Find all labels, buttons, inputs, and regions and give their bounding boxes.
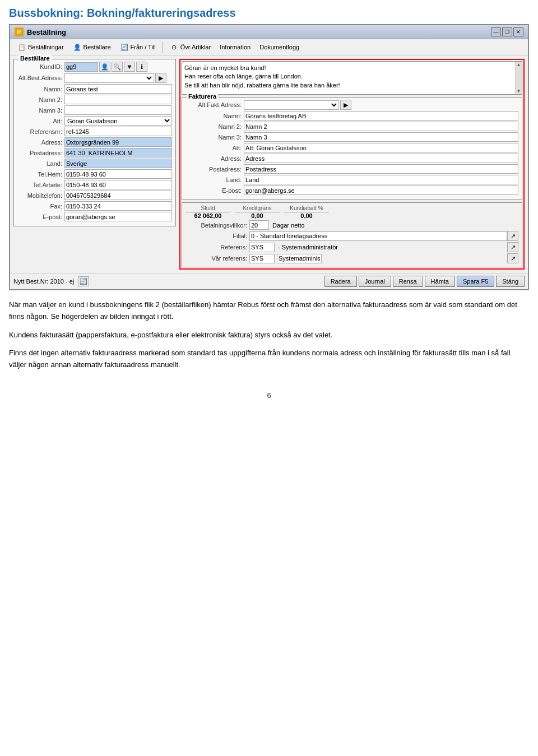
var-referens-input[interactable] [249,254,275,263]
adress-input[interactable] [64,137,172,147]
namn3-input[interactable] [64,105,172,115]
referensnr-input[interactable] [64,127,172,136]
faktura-namn2-input[interactable] [244,122,518,131]
hamta-button[interactable]: Hämta [425,276,455,287]
namn-input[interactable] [64,84,172,94]
window-titlebar: 🖹 Beställning — ❐ ✕ [10,25,528,39]
kund-id-controls: 👤 🔍 ▼ ℹ [64,62,147,72]
epost-input[interactable] [64,212,172,221]
betalningsvillkor-row: Betalningsvillkor: Dagar netto [185,220,518,230]
restore-button[interactable]: ❐ [502,27,512,36]
close-button[interactable]: ✕ [513,27,523,36]
minimize-button[interactable]: — [491,27,501,36]
mobiltelefon-input[interactable] [64,191,172,200]
alt-best-nav-icon[interactable]: ▶ [155,73,166,83]
faktura-namn3-input[interactable] [244,132,518,142]
tel-hem-label: Tel.Hem: [17,171,62,178]
toolbar-separator [163,41,163,53]
dagar-netto-label: Dagar netto [272,222,304,229]
kreditgrans-value: 0,00 [249,212,265,219]
land-input[interactable] [64,159,172,168]
namn-row: Namn: [17,84,172,94]
page-title: Bussbokning: Bokning/faktureringsadress [0,0,538,24]
filial-input[interactable] [249,231,507,241]
bottom-left: Nytt Best.Nr: 2010 - ej 🔄 [13,276,323,286]
bottom-right: Radera Journal Rensa Hämta Spara F5 Stän… [324,276,525,287]
att-row: Att: Göran Gustafsson [17,116,172,126]
referens-input[interactable] [249,243,275,252]
att-select[interactable]: Göran Gustafsson [64,116,172,126]
faktura-namn3-row: Namn 3: [185,132,518,142]
faktura-namn-input[interactable] [244,111,518,120]
kund-id-input[interactable] [64,62,98,72]
faktura-group-title: Fakturera [187,93,218,100]
body-paragraph-1: När man väljer en kund i bussbokningens … [9,299,529,323]
rensa-button[interactable]: Rensa [393,276,423,287]
tel-hem-input[interactable] [64,169,172,179]
toolbar-btn-information[interactable]: Information [216,42,254,52]
betalningsvillkor-input[interactable] [249,220,269,230]
fran-till-icon: 🔄 [120,43,129,52]
window-app-icon: 🖹 [15,27,24,36]
tel-arbete-input[interactable] [64,180,172,189]
toolbar-btn-bestellningar[interactable]: 📋 Beställningar [13,41,68,53]
faktura-adress-input[interactable] [244,154,518,163]
bestellare-group-title: Beställare [18,55,52,62]
var-referens-nav-icon[interactable]: ↗ [507,253,518,263]
kundiabatt-value: 0,00 [298,212,314,219]
bestellare-icon: 👤 [73,43,82,52]
mobiltelefon-row: Mobiltelefon: [17,191,172,200]
left-panel: Beställare KundID: 👤 🔍 ▼ ℹ Alt.Best.Adre… [13,59,176,270]
arrow-down-icon[interactable]: ▼ [124,62,135,72]
namn2-row: Namn 2: [17,95,172,104]
fax-input[interactable] [64,201,172,211]
note-text: Göran är en mycket bra kund! Han reser o… [184,64,520,90]
scroll-up-icon[interactable]: ▲ [517,62,521,68]
window-title: Beställning [27,28,66,36]
note-area: Göran är en mycket bra kund! Han reser o… [182,61,522,95]
journal-button[interactable]: Journal [359,276,391,287]
faktura-namn2-row: Namn 2: [185,122,518,131]
body-paragraph-3: Finns det ingen alternativ fakturaadress… [9,347,529,371]
filial-row: Filial: ↗ [185,231,518,241]
search-icon[interactable]: 🔍 [112,62,123,72]
spara-button[interactable]: Spara F5 [457,276,494,287]
postadress-input[interactable] [64,148,172,157]
search-person-icon[interactable]: 👤 [99,62,110,72]
alt-fakt-adress-row: Alt.Fakt.Adress: ▶ [185,100,518,110]
referens-nav-icon[interactable]: ↗ [507,242,518,252]
faktura-postadress-input[interactable] [244,164,518,174]
toolbar-btn-fran-till[interactable]: 🔄 Från / Till [116,41,160,53]
toolbar-btn-ovr-artiklar[interactable]: ⊙ Övr.Artiklar [166,41,215,53]
faktura-land-row: Land: [185,175,518,184]
referens-row: Referens: - Systemadministratör ↗ [185,242,518,252]
bottom-bar: Nytt Best.Nr: 2010 - ej 🔄 Radera Journal… [10,273,528,289]
stang-button[interactable]: Stäng [496,276,525,287]
var-referens-name-input[interactable] [277,254,322,263]
toolbar-label-bestellningar: Beställningar [28,44,64,50]
alt-fakt-nav-icon[interactable]: ▶ [340,100,351,110]
filial-nav-icon[interactable]: ↗ [507,231,518,241]
toolbar-label-information: Information [220,44,251,50]
alt-best-adress-select[interactable] [64,73,154,83]
toolbar-btn-dokumentlogg[interactable]: Dokumentlogg [256,42,303,52]
bestellningar-icon: 📋 [17,43,26,52]
adress-row: Adress: [17,137,172,147]
nytt-bestnr-icon[interactable]: 🔄 [78,276,89,286]
tel-arbete-label: Tel.Arbete: [17,182,62,188]
faktura-land-input[interactable] [244,175,518,184]
faktura-namn2-label: Namn 2: [185,123,242,130]
info-icon[interactable]: ℹ [136,62,147,72]
radera-button[interactable]: Radera [324,276,357,287]
toolbar-btn-bestellare[interactable]: 👤 Beställare [69,41,115,53]
faktura-att-input[interactable] [244,143,518,152]
alt-fakt-adress-select[interactable] [244,100,339,110]
namn2-input[interactable] [64,95,172,104]
main-content: Beställare KundID: 👤 🔍 ▼ ℹ Alt.Best.Adre… [10,55,528,273]
faktura-epost-input[interactable] [244,185,518,195]
postadress-row: Postadress: [17,148,172,157]
scroll-down-icon[interactable]: ▼ [517,88,521,94]
faktura-att-label: Att: [185,145,242,151]
note-scrollbar[interactable]: ▲ ▼ [515,62,522,94]
toolbar-label-ovr-artiklar: Övr.Artiklar [180,44,211,50]
